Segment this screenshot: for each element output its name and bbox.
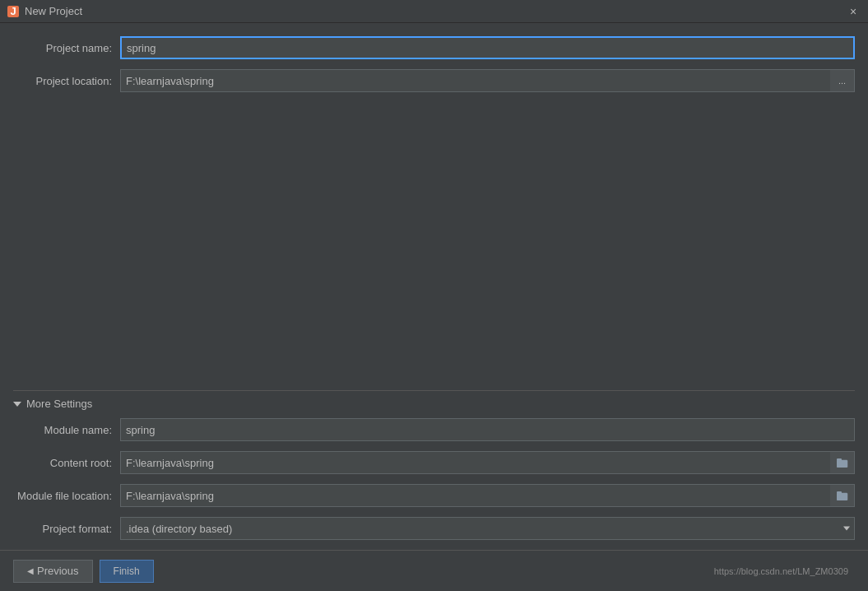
project-location-browse-button[interactable]: ...: [830, 69, 855, 92]
svg-rect-4: [837, 493, 847, 500]
module-file-location-browse-button[interactable]: [830, 484, 855, 507]
module-name-row: Module name:: [13, 418, 855, 441]
project-name-label: Project name:: [13, 42, 120, 54]
svg-rect-3: [837, 458, 842, 461]
finish-button[interactable]: Finish: [100, 560, 154, 583]
content-root-row: Content root:: [13, 451, 855, 474]
module-name-label: Module name:: [13, 424, 120, 436]
project-format-label: Project format:: [13, 523, 120, 535]
content-root-label: Content root:: [13, 457, 120, 469]
dialog-content: Project name: Project location: ... More…: [0, 23, 868, 550]
content-root-browse-button[interactable]: [830, 451, 855, 474]
svg-rect-5: [837, 491, 842, 494]
project-location-field: ...: [120, 69, 855, 92]
svg-rect-2: [837, 460, 847, 468]
previous-button[interactable]: ◀ Previous: [13, 560, 93, 583]
watermark-text: https://blog.csdn.net/LM_ZM0309: [160, 566, 855, 576]
close-button[interactable]: ×: [845, 3, 861, 20]
previous-label: Previous: [37, 565, 79, 577]
app-icon: J: [7, 5, 20, 18]
expand-icon: [13, 402, 21, 407]
content-root-input[interactable]: [120, 451, 830, 474]
module-file-location-input[interactable]: [120, 484, 830, 507]
project-location-label: Project location:: [13, 75, 120, 87]
project-name-input[interactable]: [120, 36, 855, 59]
project-format-row: Project format: .idea (directory based): [13, 517, 855, 540]
project-format-select-wrapper: .idea (directory based): [120, 517, 855, 540]
project-location-row: Project location: ...: [13, 69, 855, 92]
project-location-input[interactable]: [120, 69, 830, 92]
footer: ◀ Previous Finish https://blog.csdn.net/…: [0, 550, 868, 591]
project-name-row: Project name:: [13, 36, 855, 59]
more-settings-header[interactable]: More Settings: [13, 398, 855, 410]
more-settings-section: More Settings Module name: Content root:: [13, 390, 855, 550]
module-file-location-row: Module file location:: [13, 484, 855, 507]
previous-icon: ◀: [27, 566, 34, 575]
module-file-location-label: Module file location:: [13, 490, 120, 502]
content-root-field: [120, 451, 855, 474]
module-file-location-field: [120, 484, 855, 507]
title-bar: J New Project ×: [0, 0, 868, 23]
more-settings-label: More Settings: [26, 398, 92, 410]
more-settings-content: Module name: Content root: Module file: [13, 418, 855, 540]
svg-text:J: J: [10, 5, 16, 17]
dialog-title: New Project: [25, 5, 82, 17]
module-name-input[interactable]: [120, 418, 855, 441]
title-bar-left: J New Project: [7, 5, 82, 18]
spacer: [13, 102, 855, 390]
project-format-select[interactable]: .idea (directory based): [120, 517, 855, 540]
